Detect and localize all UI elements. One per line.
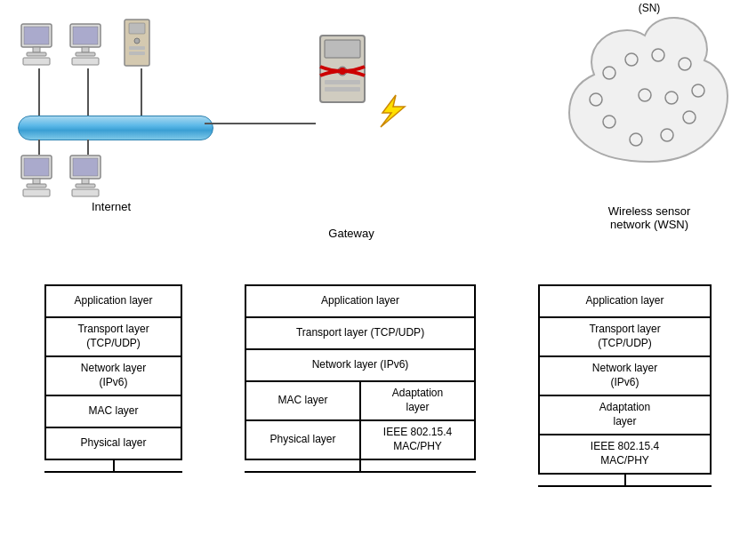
gateway-layer-network: Network layer (IPv6) (245, 349, 475, 381)
internet-area: Internet (9, 4, 213, 218)
svg-rect-35 (325, 87, 360, 92)
wsn-stack-connector (538, 475, 712, 487)
server-tower (120, 18, 154, 72)
gateway-layer-adaptation: Adaptationlayer (360, 381, 475, 420)
wsn-area: (SN) Wireless sens (551, 0, 747, 240)
svg-rect-25 (82, 179, 89, 184)
svg-rect-20 (33, 179, 40, 184)
gateway-layer-row-mac-adapt: MAC layer Adaptationlayer (245, 381, 475, 420)
svg-rect-7 (82, 47, 89, 52)
svg-rect-32 (325, 40, 360, 58)
svg-rect-11 (129, 23, 145, 34)
internet-stack: Application layer Transport layer(TCP/UD… (44, 284, 182, 460)
svg-rect-2 (33, 47, 40, 52)
gateway-stack-wrapper: Application layer Transport layer (TCP/U… (245, 284, 476, 473)
svg-rect-1 (24, 27, 49, 44)
svg-rect-13 (129, 46, 145, 50)
lightning-bolt (365, 93, 418, 132)
computer-2 (67, 22, 109, 71)
wsn-stack-wrapper: Application layer Transport layer(TCP/UD… (538, 284, 712, 487)
gateway-layer-row-phys-ieee: Physical layer IEEE 802.15.4MAC/PHY (245, 420, 475, 459)
wsn-layer-network: Network layer(IPv6) (539, 356, 711, 395)
network-bus (18, 116, 213, 140)
gateway-layer-app: Application layer (245, 285, 475, 317)
vert-conn-internet (113, 460, 115, 471)
gateway-layer-mac: MAC layer (245, 381, 360, 420)
svg-rect-22 (23, 189, 50, 196)
svg-point-36 (339, 68, 346, 75)
vert-conn-wsn (624, 475, 626, 485)
wsn-layer-ieee: IEEE 802.15.4MAC/PHY (539, 435, 711, 474)
svg-rect-24 (73, 158, 98, 176)
svg-rect-27 (72, 189, 99, 196)
internet-stack-wrapper: Application layer Transport layer(TCP/UD… (44, 284, 182, 473)
gateway-area: Gateway (294, 4, 409, 244)
internet-stack-connector (44, 460, 182, 473)
internet-layer-transport: Transport layer(TCP/UDP) (45, 317, 181, 356)
bottom-section: Application layer Transport layer(TCP/UD… (0, 280, 756, 551)
svg-point-12 (134, 38, 140, 44)
gateway-layer-physical: Physical layer (245, 420, 360, 459)
internet-layer-network: Network layer(IPv6) (45, 356, 181, 395)
computer-1 (18, 22, 60, 71)
gateway-stack: Application layer Transport layer (TCP/U… (245, 284, 476, 460)
vert-conn-gateway (359, 460, 361, 471)
computer-3 (18, 154, 60, 203)
gateway-layer-ieee: IEEE 802.15.4MAC/PHY (360, 420, 475, 459)
wsn-label: Wireless sensor network (WSN) (608, 204, 690, 231)
svg-rect-3 (27, 52, 46, 56)
svg-rect-4 (23, 58, 50, 65)
gateway-stack-connector (245, 460, 476, 473)
svg-rect-8 (76, 52, 95, 56)
gateway-label: Gateway (328, 227, 374, 240)
horiz-conn-internet (44, 471, 182, 473)
wsn-layer-adaptation: Adaptationlayer (539, 395, 711, 435)
internet-layer-physical: Physical layer (45, 427, 181, 459)
svg-marker-37 (381, 95, 405, 127)
diagram-container: Internet (0, 0, 756, 551)
svg-rect-19 (24, 158, 49, 176)
gateway-layer-transport: Transport layer (TCP/UDP) (245, 317, 475, 349)
horiz-conn-gateway (245, 471, 476, 473)
computer-4 (67, 154, 109, 203)
svg-rect-21 (27, 184, 46, 188)
internet-layer-app: Application layer (45, 285, 181, 317)
wsn-layer-transport: Transport layer(TCP/UDP) (539, 317, 711, 356)
internet-label: Internet (92, 200, 131, 213)
wsn-cloud-svg (560, 11, 738, 171)
internet-layer-mac: MAC layer (45, 395, 181, 427)
wsn-layer-app: Application layer (539, 285, 711, 317)
horiz-conn-wsn (538, 485, 712, 487)
svg-rect-6 (73, 27, 98, 44)
svg-rect-9 (72, 58, 99, 65)
svg-rect-14 (129, 52, 145, 55)
top-section: Internet (0, 0, 756, 276)
svg-rect-26 (76, 184, 95, 188)
wsn-stack: Application layer Transport layer(TCP/UD… (538, 284, 712, 475)
svg-rect-34 (325, 80, 360, 84)
